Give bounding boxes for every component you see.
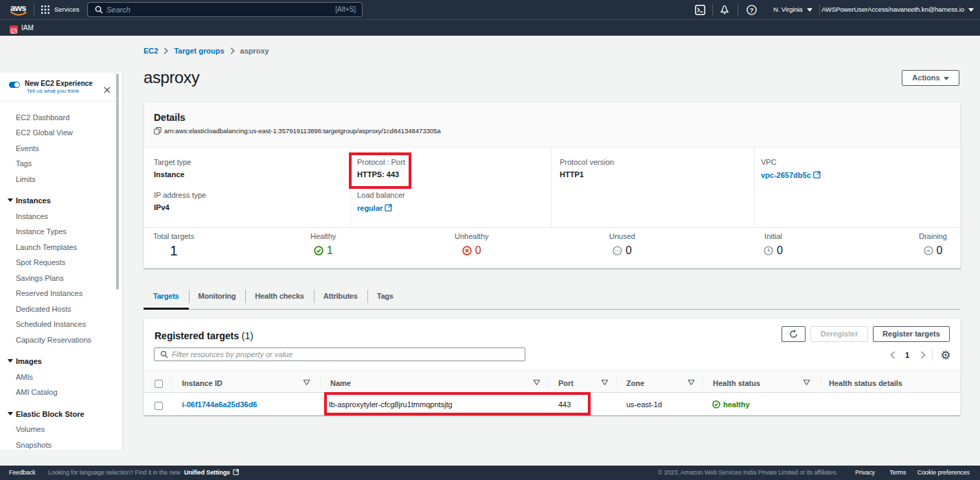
sidebar-item-amis[interactable]: AMIs — [0, 369, 122, 385]
tab-targets[interactable]: Targets — [144, 286, 189, 309]
pagination-divider — [932, 350, 933, 361]
filter-column-icon[interactable] — [601, 379, 608, 386]
breadcrumb-separator-icon — [163, 47, 168, 54]
filter-column-icon[interactable] — [303, 379, 310, 386]
stat-number: 1 — [170, 245, 177, 256]
details-card: Details arn:aws:elasticloadbalancing:us-… — [144, 102, 961, 268]
sidebar-item-snapshots[interactable]: Snapshots — [0, 437, 122, 453]
sidebar-item-reserved-instances[interactable]: Reserved Instances — [0, 286, 122, 301]
pagination: 1 — [886, 350, 961, 361]
sidebar-item-launch-templates[interactable]: Launch Templates — [0, 240, 122, 255]
sidebar-scrollbar[interactable] — [116, 73, 119, 290]
tab-monitoring[interactable]: Monitoring — [189, 286, 246, 309]
column-header-health-status-details[interactable]: Health status details — [829, 371, 902, 393]
sidebar-item-dedicated-hosts[interactable]: Dedicated Hosts — [0, 301, 122, 317]
breadcrumb-target-groups[interactable]: Target groups — [174, 47, 224, 55]
filter-column-icon[interactable] — [687, 379, 695, 386]
sidebar-item-limits[interactable]: Limits — [0, 172, 122, 187]
column-divider — [547, 376, 548, 388]
column-header-name[interactable]: Name — [330, 371, 351, 393]
breadcrumb-separator-icon — [230, 47, 235, 54]
column-header-label: Name — [330, 379, 351, 387]
sidebar-item-ec2-dashboard[interactable]: EC2 Dashboard — [0, 110, 122, 126]
settings-gear-icon[interactable] — [941, 350, 950, 360]
terms-link[interactable]: Terms — [889, 469, 906, 476]
instance-id-link[interactable]: i-06f1744a6a25d36d6 — [182, 400, 257, 409]
register-targets-button[interactable]: Register targets — [873, 326, 950, 342]
details-column-4: VPCvpc-2657db5c — [754, 148, 960, 227]
feedback-link[interactable]: Feedback — [9, 466, 36, 480]
filter-input[interactable]: Filter resources by property or value — [154, 347, 525, 361]
sidebar-item-events[interactable]: Events — [0, 141, 122, 157]
cloudshell-icon[interactable] — [695, 5, 705, 15]
tell-us-link[interactable]: Tell us what you think — [27, 88, 79, 94]
sidebar-section-images[interactable]: Images — [0, 354, 122, 369]
help-icon[interactable]: ? — [747, 5, 757, 15]
sidebar-item-instance-types[interactable]: Instance Types — [0, 224, 122, 240]
column-divider — [703, 376, 703, 388]
topbar-divider — [819, 4, 820, 15]
favorite-iam-link[interactable]: IAM — [21, 20, 34, 36]
new-experience-toggle[interactable] — [9, 82, 20, 88]
sidebar-section-elastic-block-store[interactable]: Elastic Block Store — [0, 407, 122, 422]
row-checkbox[interactable] — [155, 402, 163, 410]
svg-text:?: ? — [750, 7, 754, 14]
sidebar-item-spot-requests[interactable]: Spot Requests — [0, 255, 122, 271]
sidebar-item-volumes[interactable]: Volumes — [0, 422, 122, 437]
services-menu[interactable]: Services — [54, 0, 79, 19]
tab-tags[interactable]: Tags — [367, 286, 403, 309]
column-header-port[interactable]: Port — [558, 371, 573, 393]
refresh-button[interactable] — [782, 326, 806, 342]
details-column-3: Protocol versionHTTP1 — [551, 148, 754, 227]
sidebar-item-ami-catalog[interactable]: AMI Catalog — [0, 385, 122, 400]
next-page-icon[interactable] — [920, 351, 926, 359]
column-header-zone[interactable]: Zone — [626, 371, 644, 393]
stat-label: Draining — [919, 233, 947, 240]
search-input[interactable]: Search [Alt+S] — [87, 2, 363, 17]
field-value: Instance — [154, 171, 350, 179]
search-shortcut: [Alt+S] — [335, 3, 356, 16]
deregister-button[interactable]: Deregister — [810, 326, 868, 342]
sidebar-item-tags[interactable]: Tags — [0, 156, 122, 172]
external-link-icon — [385, 204, 392, 212]
previous-page-icon[interactable] — [890, 351, 896, 359]
sidebar-item-scheduled-instances[interactable]: Scheduled Instances — [0, 317, 122, 332]
sidebar-section-instances[interactable]: Instances — [0, 193, 122, 209]
breadcrumb-ec2[interactable]: EC2 — [144, 47, 158, 55]
column-header-health-status[interactable]: Health status — [713, 371, 760, 393]
tab-attributes[interactable]: Attributes — [314, 286, 367, 309]
toggle-knob — [14, 82, 19, 87]
privacy-link[interactable]: Privacy — [855, 469, 875, 476]
region-selector[interactable]: N. Virginia — [773, 0, 812, 19]
unified-settings-link[interactable]: Unified Settings — [184, 469, 230, 476]
filter-column-icon[interactable] — [533, 379, 540, 386]
stat-label: Unused — [609, 233, 635, 240]
field-label: Target type — [154, 159, 350, 166]
cookie-preferences-link[interactable]: Cookie preferences — [918, 469, 970, 476]
sidebar-navigation: New EC2 Experience Tell us what you thin… — [0, 73, 123, 450]
sidebar-item-capacity-reservations[interactable]: Capacity Reservations — [0, 332, 122, 348]
select-all-checkbox[interactable] — [155, 380, 163, 388]
sidebar-item-ec2-global-view[interactable]: EC2 Global View — [0, 125, 122, 141]
stat-value: 0 — [764, 245, 783, 256]
sidebar-item-instances[interactable]: Instances — [0, 209, 122, 225]
notifications-bell-icon[interactable] — [720, 5, 729, 15]
page-title: asproxy — [144, 68, 199, 87]
load-balancer-link[interactable]: regular — [357, 204, 383, 212]
stat-value: 1 — [310, 245, 336, 256]
filter-column-icon[interactable] — [803, 379, 810, 386]
aws-logo[interactable]: aws — [10, 3, 28, 16]
column-header-instance-id[interactable]: Instance ID — [182, 371, 223, 393]
tab-health-checks[interactable]: Health checks — [245, 286, 313, 309]
details-heading: Details — [154, 112, 185, 123]
copy-icon[interactable] — [154, 127, 161, 135]
page-number[interactable]: 1 — [905, 350, 909, 361]
breadcrumb-current: asproxy — [240, 47, 269, 55]
vpc-link[interactable]: vpc-2657db5c — [761, 171, 811, 179]
status-healthy-icon — [712, 400, 720, 409]
account-menu[interactable]: AWSPowerUserAccess/navaneeth.kn@harness.… — [821, 0, 974, 19]
close-icon[interactable] — [104, 87, 111, 93]
actions-button[interactable]: Actions — [902, 70, 959, 86]
services-grid-icon[interactable] — [41, 5, 49, 14]
sidebar-item-savings-plans[interactable]: Savings Plans — [0, 271, 122, 286]
